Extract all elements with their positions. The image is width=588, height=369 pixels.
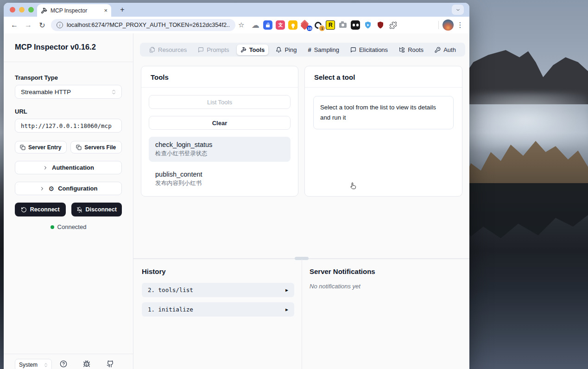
browser-toolbar: ← → ↻ i localhost:6274/?MCP_PROXY_AUTH_T… [4,17,469,33]
hammer-icon [240,47,247,53]
layers-extension-badge: 10 [307,25,312,31]
server-notifications-panel: Server Notifications No notifications ye… [302,259,469,369]
tool-name: check_login_status [155,141,284,148]
clear-button[interactable]: Clear [149,116,291,130]
window-zoom-button[interactable] [28,7,34,13]
tab-label: Tools [249,46,265,53]
folder-tree-icon [399,47,405,53]
list-tools-button[interactable]: List Tools [149,95,291,109]
tab-prompts[interactable]: Prompts [194,45,233,55]
tool-name: publish_content [155,171,284,178]
expand-arrow-icon[interactable]: ▶ [285,287,288,293]
sidebar-footer: System [4,354,133,369]
bulb-icon [291,24,295,27]
reload-button[interactable]: ↻ [36,19,48,31]
site-info-icon[interactable]: i [57,22,63,28]
history-item-text: 2. tools/list [148,286,193,293]
camera-extension-icon[interactable] [338,20,348,30]
c-ring-extension-icon[interactable]: 1 [313,20,322,30]
url-field[interactable] [21,122,116,129]
tab-elicitations[interactable]: Elicitations [347,45,392,55]
gear-icon: ⚙ [49,185,55,192]
address-url[interactable]: localhost:6274/?MCP_PROXY_AUTH_TOKEN=261… [67,22,230,28]
cloud-extension-icon[interactable]: ☁ [251,20,260,30]
bug-icon[interactable] [83,360,90,368]
tab-search-button[interactable] [452,5,464,15]
tab-label: Roots [408,46,424,53]
chevron-right-icon [43,165,48,171]
server-entry-label: Server Entry [28,144,61,151]
r-extension-icon[interactable]: R [326,20,335,30]
disconnect-button[interactable]: Disconnect [71,203,122,216]
tab-sampling[interactable]: # Sampling [304,45,342,55]
help-icon[interactable] [60,360,67,368]
theme-value: System [19,362,38,368]
tab-resources[interactable]: Resources [145,45,190,55]
window-close-button[interactable] [10,7,15,13]
address-bar[interactable]: i localhost:6274/?MCP_PROXY_AUTH_TOKEN=2… [51,19,235,31]
layers-extension-icon[interactable]: 10 [301,20,310,30]
server-entry-button[interactable]: Server Entry [15,141,67,153]
footer-icons [52,359,122,368]
servers-file-button[interactable]: Servers File [70,141,122,153]
tab-roots[interactable]: Roots [395,45,427,55]
password-lock-extension-icon[interactable] [263,20,272,30]
tab-label: Sampling [314,46,339,53]
disconnect-label: Disconnect [86,206,117,213]
translate-extension-icon[interactable]: 文 [276,20,285,30]
status-label: Connected [57,223,87,230]
transport-type-select[interactable]: Streamable HTTP [15,85,122,99]
red-shield-extension-icon[interactable] [376,20,385,30]
lightbulb-extension-icon[interactable] [288,20,297,30]
no-notifications-message: No notifications yet [310,283,462,290]
tab-close-icon[interactable]: × [104,7,107,13]
chrome-menu-icon[interactable]: ⋮ [455,21,465,29]
tab-label: Prompts [207,46,229,53]
forward-button[interactable]: → [22,19,34,31]
tool-list-item-check-login-status[interactable]: check_login_status 检查小红书登录状态 [149,137,291,162]
tab-label: Elicitations [359,46,388,53]
new-tab-button[interactable]: + [117,5,127,15]
expand-arrow-icon[interactable]: ▶ [285,307,288,312]
history-title: History [142,267,294,275]
hash-icon: # [308,46,311,53]
chevron-right-icon [39,186,45,191]
binoculars-extension-icon[interactable] [351,20,360,30]
sidebar: MCP Inspector v0.16.2 Transport Type Str… [4,33,133,369]
authentication-accordion[interactable]: Authentication [15,161,122,174]
copy-icon [76,145,82,150]
configuration-accordion[interactable]: ⚙ Configuration [15,182,122,195]
reconnect-button[interactable]: Reconnect [15,203,66,216]
tab-label: Ping [285,46,297,53]
extension-icons-row: ☁ 文 10 1 R [251,20,435,30]
tools-panel-title: Tools [141,66,298,88]
tool-description: 发布内容到小红书 [155,179,284,187]
servers-file-label: Servers File [84,144,116,151]
github-icon[interactable] [107,360,114,368]
c-ring-extension-badge: 1 [319,25,325,31]
theme-select[interactable]: System [15,359,52,369]
bookmark-star-icon[interactable]: ☆ [238,21,244,29]
copy-icon [20,145,25,150]
tab-tools[interactable]: Tools [237,45,269,55]
window-minimize-button[interactable] [19,7,25,13]
app-title: MCP Inspector v0.16.2 [4,43,133,62]
back-button[interactable]: ← [8,19,20,31]
tool-list-item-publish-content[interactable]: publish_content 发布内容到小红书 [149,166,291,191]
tools-panel: Tools List Tools Clear check_login_statu… [141,66,298,197]
status-dot-icon [51,225,54,229]
tool-description: 检查小红书登录状态 [155,150,284,158]
profile-avatar[interactable] [443,19,454,31]
disconnect-icon [76,207,82,213]
wallpaper-mist [463,93,588,148]
bottom-panels: History 2. tools/list ▶ 1. initialize ▶ … [133,259,469,369]
tab-auth[interactable]: Auth [431,45,460,55]
tab-ping[interactable]: Ping [272,45,300,55]
history-item-tools-list[interactable]: 2. tools/list ▶ [142,283,294,297]
shield-play-extension-icon[interactable] [363,20,373,30]
toolbar-divider [438,21,439,29]
history-item-initialize[interactable]: 1. initialize ▶ [142,302,294,317]
wallpaper-rocks-dark [463,183,588,241]
browser-tab[interactable]: MCP Inspector × [37,4,111,17]
extensions-puzzle-icon[interactable] [388,20,398,30]
